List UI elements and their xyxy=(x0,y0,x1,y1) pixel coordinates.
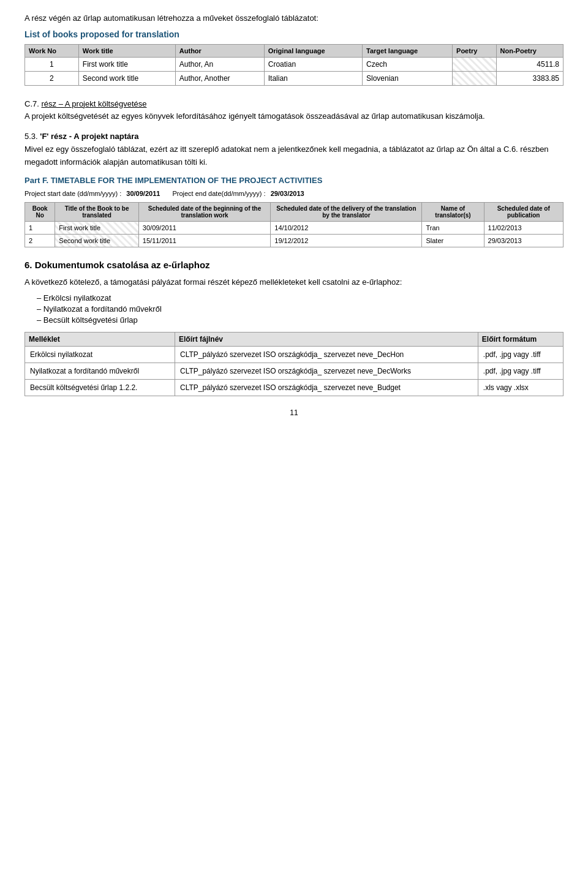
table-cell: Slater xyxy=(422,235,484,247)
table-cell: 19/12/2012 xyxy=(271,235,422,247)
table-cell: 1 xyxy=(25,222,55,235)
end-label: Project end date(dd/mm/yyyy) : xyxy=(172,190,265,197)
section-53-label: 5.3. xyxy=(24,132,38,141)
tt-col-no: Book No xyxy=(25,203,55,222)
attach-col2: Előírt fájlnév xyxy=(175,332,478,346)
section-53-text: Mivel ez egy összefoglaló táblázat, ezér… xyxy=(24,145,549,167)
col-work-title: Work title xyxy=(78,44,175,57)
table-cell: CLTP_pályázó szervezet ISO országkódja_ … xyxy=(175,379,478,396)
table-row: 1First work titleAuthor, AnCroatianCzech… xyxy=(25,57,564,71)
start-label: Project start date (dd/mm/yyyy) : xyxy=(24,190,121,197)
table-row: Erkölcsi nyilatkozatCLTP_pályázó szervez… xyxy=(25,346,564,363)
table-cell: Tran xyxy=(422,222,484,235)
attach-table: Melléklet Előírt fájlnév Előírt formátum… xyxy=(24,332,564,396)
table-cell: 2 xyxy=(25,235,55,247)
table-cell: 30/09/2011 xyxy=(138,222,270,235)
table-cell: Second work title xyxy=(55,235,139,247)
tt-col-translator: Name of translator(s) xyxy=(422,203,484,222)
table-cell: 1 xyxy=(25,57,79,71)
books-table-header: List of books proposed for translation xyxy=(24,29,564,39)
table-cell: 15/11/2011 xyxy=(138,235,270,247)
table-cell: Second work title xyxy=(78,71,175,85)
table-cell xyxy=(453,57,497,71)
docs-section: 6. Dokumentumok csatolása az e-űrlaphoz … xyxy=(24,260,564,396)
list-item: Erkölcsi nyilatkozat xyxy=(37,293,564,303)
col-original-lang: Original language xyxy=(264,44,362,57)
intro-text: A rész végén az űrlap automatikusan létr… xyxy=(24,12,564,24)
table-cell: Author, Another xyxy=(175,71,264,85)
section-c7: C.7. rész – A projekt költségvetése A pr… xyxy=(24,98,564,124)
table-cell: Author, An xyxy=(175,57,264,71)
section-6-intro: A következő kötelező, a támogatási pályá… xyxy=(24,276,564,288)
attach-col3: Előírt formátum xyxy=(478,332,563,346)
start-value: 30/09/2011 xyxy=(126,190,160,197)
table-cell: .pdf, .jpg vagy .tiff xyxy=(478,346,563,363)
table-row: Becsült költségvetési űrlap 1.2.2.CLTP_p… xyxy=(25,379,564,396)
table-cell: 11/02/2013 xyxy=(484,222,563,235)
section-53-heading: 'F' rész - A projekt naptára xyxy=(40,132,138,141)
table-row: 1First work title30/09/201114/10/2012Tra… xyxy=(25,222,564,235)
col-non-poetry: Non-Poetry xyxy=(496,44,563,57)
section-c7-text: A projekt költségvetését az egyes könyve… xyxy=(24,111,485,121)
table-cell: Slovenian xyxy=(363,71,453,85)
col-work-no: Work No xyxy=(25,44,79,57)
part-f-title: Part F. TIMETABLE FOR THE IMPLEMENTATION… xyxy=(24,176,564,185)
end-value: 29/03/2013 xyxy=(271,190,304,197)
table-row: Nyilatkozat a fordítandó művekrőlCLTP_pá… xyxy=(25,363,564,379)
table-cell xyxy=(453,71,497,85)
books-table: Work No Work title Author Original langu… xyxy=(24,44,564,86)
table-cell: Becsült költségvetési űrlap 1.2.2. xyxy=(25,379,175,396)
tt-col-title: Title of the Book to be translated xyxy=(55,203,139,222)
part-f-meta: Project start date (dd/mm/yyyy) : 30/09/… xyxy=(24,190,564,197)
part-f-start: Project start date (dd/mm/yyyy) : 30/09/… xyxy=(24,190,160,197)
table-cell: .pdf, .jpg vagy .tiff xyxy=(478,363,563,379)
table-cell: CLTP_pályázó szervezet ISO országkódja_ … xyxy=(175,363,478,379)
part-f-end: Project end date(dd/mm/yyyy) : 29/03/201… xyxy=(172,190,304,197)
tt-col-delivery: Scheduled date of the delivery of the tr… xyxy=(271,203,422,222)
table-cell: Czech xyxy=(363,57,453,71)
section-6-heading: 6. Dokumentumok csatolása az e-űrlaphoz xyxy=(24,260,564,270)
table-cell: 3383.85 xyxy=(496,71,563,85)
page-number: 11 xyxy=(24,408,564,417)
part-f-title-part: Part F. xyxy=(24,176,48,185)
table-cell: Croatian xyxy=(264,57,362,71)
attach-col1: Melléklet xyxy=(25,332,175,346)
table-cell: Italian xyxy=(264,71,362,85)
part-f-section: Part F. TIMETABLE FOR THE IMPLEMENTATION… xyxy=(24,176,564,247)
bullet-list: Erkölcsi nyilatkozatNyilatkozat a fordít… xyxy=(37,293,564,325)
table-row: 2Second work titleAuthor, AnotherItalian… xyxy=(25,71,564,85)
table-cell: Nyilatkozat a fordítandó művekről xyxy=(25,363,175,379)
col-author: Author xyxy=(175,44,264,57)
table-cell: Erkölcsi nyilatkozat xyxy=(25,346,175,363)
section-c7-label: C.7. xyxy=(24,99,39,108)
list-item: Becsült költségvetési űrlap xyxy=(37,315,564,325)
part-f-title-main: TIMETABLE FOR THE IMPLEMENTATION OF THE … xyxy=(51,176,323,185)
timetable-table: Book No Title of the Book to be translat… xyxy=(24,202,564,247)
table-cell: 29/03/2013 xyxy=(484,235,563,247)
col-poetry: Poetry xyxy=(453,44,497,57)
tt-col-pubdate: Scheduled date of publication xyxy=(484,203,563,222)
list-item: Nyilatkozat a fordítandó művekről xyxy=(37,304,564,314)
table-row: 2Second work title15/11/201119/12/2012Sl… xyxy=(25,235,564,247)
table-cell: 4511.8 xyxy=(496,57,563,71)
tt-col-start: Scheduled date of the beginning of the t… xyxy=(138,203,270,222)
books-section: List of books proposed for translation W… xyxy=(24,29,564,86)
table-cell: First work title xyxy=(55,222,139,235)
section-53: 5.3. 'F' rész - A projekt naptára Mivel … xyxy=(24,130,564,168)
table-cell: CLTP_pályázó szervezet ISO országkódja_ … xyxy=(175,346,478,363)
table-cell: 14/10/2012 xyxy=(271,222,422,235)
table-cell: First work title xyxy=(78,57,175,71)
col-target-lang: Target language xyxy=(363,44,453,57)
table-cell: 2 xyxy=(25,71,79,85)
table-cell: .xls vagy .xlsx xyxy=(478,379,563,396)
section-c7-heading: rész – A projekt költségvetése xyxy=(41,99,146,108)
